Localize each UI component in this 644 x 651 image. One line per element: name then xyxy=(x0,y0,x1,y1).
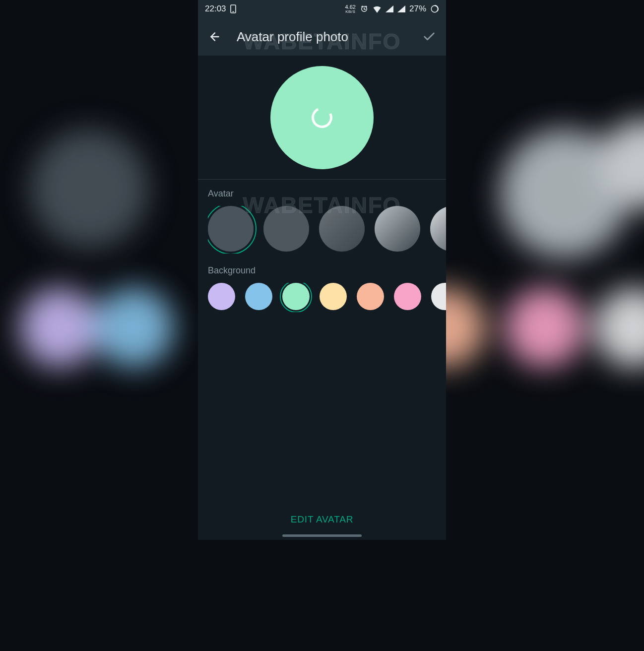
battery-icon xyxy=(430,4,439,13)
avatar-section: Avatar xyxy=(198,180,446,257)
back-button[interactable] xyxy=(203,25,227,49)
status-bar: 22:03 4.62 KB/S 27% xyxy=(198,0,446,18)
background-option[interactable] xyxy=(282,283,310,310)
battery-percent: 27% xyxy=(409,4,426,14)
avatar-options-row[interactable] xyxy=(208,206,446,254)
wifi-icon xyxy=(373,5,382,13)
background-option[interactable] xyxy=(357,283,384,310)
background-option[interactable] xyxy=(245,283,272,310)
avatar-option[interactable] xyxy=(263,206,309,252)
background-options-row[interactable] xyxy=(208,283,446,312)
avatar-option[interactable] xyxy=(430,206,446,252)
alarm-icon xyxy=(360,4,369,13)
background-option[interactable] xyxy=(394,283,421,310)
signal-icon-1 xyxy=(386,5,393,12)
background-option[interactable] xyxy=(431,283,446,310)
phone-icon xyxy=(230,4,236,13)
avatar-preview-circle xyxy=(270,66,374,169)
confirm-button[interactable] xyxy=(417,25,441,49)
background-section: Background xyxy=(198,257,446,315)
background-section-label: Background xyxy=(208,265,446,276)
avatar-option[interactable] xyxy=(208,206,254,252)
avatar-option[interactable] xyxy=(375,206,420,252)
edit-avatar-button[interactable]: EDIT AVATAR xyxy=(291,514,353,524)
background-option[interactable] xyxy=(320,283,347,310)
avatar-preview-area xyxy=(198,56,446,180)
app-bar: Avatar profile photo xyxy=(198,18,446,56)
loading-spinner-icon xyxy=(309,104,335,131)
page-title: Avatar profile photo xyxy=(237,29,407,45)
avatar-option[interactable] xyxy=(319,206,365,252)
phone-frame: 22:03 4.62 KB/S 27% xyxy=(198,0,446,540)
avatar-section-label: Avatar xyxy=(208,189,446,199)
signal-icon-2 xyxy=(397,5,405,12)
nav-pill[interactable] xyxy=(282,534,362,537)
status-time: 22:03 xyxy=(205,4,226,14)
network-speed: 4.62 KB/S xyxy=(345,4,356,14)
background-option[interactable] xyxy=(208,283,235,310)
